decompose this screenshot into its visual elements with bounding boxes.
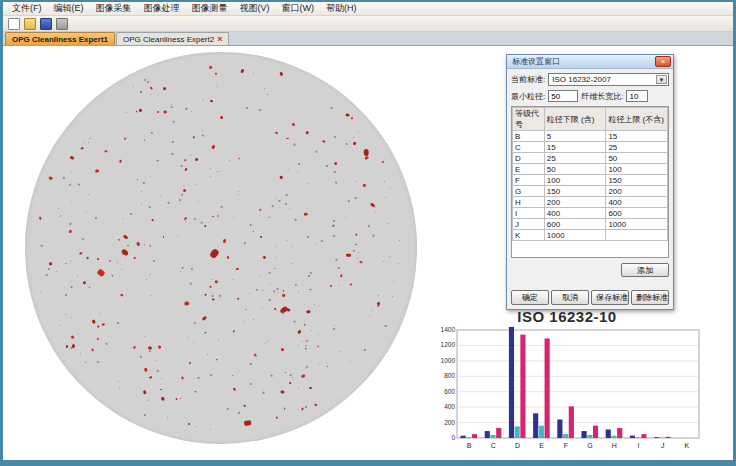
bar-magenta-H xyxy=(617,428,622,438)
chevron-down-icon[interactable]: ▼ xyxy=(656,75,667,84)
size-class-table: 等级代号粒径下限 (含)粒径上限 (不含) B515C1525D2550E501… xyxy=(512,107,668,241)
table-row[interactable]: J6001000 xyxy=(513,219,668,230)
particle xyxy=(194,157,198,161)
particle xyxy=(385,196,387,198)
bar-cyan-E xyxy=(539,426,544,438)
table-row[interactable]: C1525 xyxy=(513,142,668,153)
menu-item-0[interactable]: 文件(F) xyxy=(7,2,47,15)
tab-close-icon[interactable]: × xyxy=(217,35,222,43)
close-icon[interactable]: × xyxy=(655,56,671,67)
min-size-input[interactable] xyxy=(548,90,578,102)
particle xyxy=(364,349,366,351)
particle xyxy=(70,156,74,160)
client-area: 标准设置窗口 × 当前标准: ISO 16232-2007 ▼ 最小粒径: 纤维… xyxy=(3,46,733,461)
particle xyxy=(211,298,215,301)
particle xyxy=(167,417,168,418)
particle xyxy=(354,197,356,199)
particle xyxy=(119,160,122,163)
delete-standard-button[interactable]: 删除标准 xyxy=(631,290,669,305)
particle xyxy=(83,142,84,143)
particle xyxy=(241,69,245,73)
particle xyxy=(304,324,306,326)
particle xyxy=(147,81,149,83)
plot-area xyxy=(457,330,699,438)
cancel-button[interactable]: 取消 xyxy=(551,290,589,305)
table-row[interactable]: I400600 xyxy=(513,208,668,219)
particle xyxy=(238,412,240,414)
particle xyxy=(139,109,143,113)
particle xyxy=(124,137,127,140)
particle xyxy=(317,345,320,348)
particle xyxy=(236,268,239,270)
particle xyxy=(71,336,75,340)
particle xyxy=(398,262,399,263)
menu-item-2[interactable]: 图像采集 xyxy=(91,2,137,15)
particle xyxy=(308,275,310,277)
particle xyxy=(58,208,60,210)
menu-item-4[interactable]: 图像测量 xyxy=(187,2,233,15)
table-row[interactable]: G150200 xyxy=(513,186,668,197)
fiber-ratio-label: 纤维长宽比: xyxy=(581,91,623,102)
particle xyxy=(71,201,72,202)
membrane-image-canvas[interactable] xyxy=(25,52,417,444)
particle xyxy=(298,387,300,389)
particle xyxy=(149,376,152,379)
particle xyxy=(282,312,283,313)
particle xyxy=(286,240,288,242)
particle xyxy=(273,308,276,311)
particle xyxy=(207,353,208,354)
particle xyxy=(306,131,309,134)
particle xyxy=(193,341,194,342)
new-icon[interactable] xyxy=(8,18,20,30)
table-row[interactable]: K1000 xyxy=(513,230,668,241)
open-icon[interactable] xyxy=(24,18,36,30)
table-row[interactable]: E50100 xyxy=(513,164,668,175)
particle xyxy=(212,279,213,280)
particle xyxy=(191,268,193,270)
menu-item-5[interactable]: 视图(V) xyxy=(235,2,275,15)
particle xyxy=(237,190,239,192)
standard-select[interactable]: ISO 16232-2007 ▼ xyxy=(548,73,669,86)
particle xyxy=(352,249,354,251)
particle xyxy=(373,235,375,237)
menu-item-3[interactable]: 图像处理 xyxy=(139,2,185,15)
table-cell: 25 xyxy=(606,142,668,153)
table-row[interactable]: H200400 xyxy=(513,197,668,208)
menu-item-1[interactable]: 编辑(E) xyxy=(49,2,89,15)
particle xyxy=(81,146,84,149)
ok-button[interactable]: 确定 xyxy=(511,290,549,305)
particle xyxy=(363,183,367,187)
dialog-title-bar[interactable]: 标准设置窗口 × xyxy=(507,55,673,69)
save-standard-button[interactable]: 保存标准 xyxy=(591,290,629,305)
particle xyxy=(318,364,320,366)
particle xyxy=(144,367,148,372)
particle xyxy=(83,281,86,284)
particle xyxy=(267,340,268,341)
table-row[interactable]: F100150 xyxy=(513,175,668,186)
particle xyxy=(150,87,154,91)
particle xyxy=(150,94,152,96)
table-row[interactable]: D2550 xyxy=(513,153,668,164)
add-button[interactable]: 添加 xyxy=(621,263,669,277)
table-row[interactable]: B515 xyxy=(513,131,668,142)
save-icon[interactable] xyxy=(40,18,52,30)
particle xyxy=(218,294,220,296)
particle xyxy=(364,156,369,161)
standard-select-value: ISO 16232-2007 xyxy=(552,75,611,84)
bar-blue-E xyxy=(533,413,538,438)
particle xyxy=(356,234,358,236)
particle xyxy=(88,194,89,195)
tab-cleanliness-expert1[interactable]: OPG Cleanliness Expert1 xyxy=(5,32,115,45)
particle xyxy=(307,235,310,238)
camera-icon[interactable] xyxy=(56,18,68,30)
menu-item-7[interactable]: 帮助(H) xyxy=(321,2,362,15)
fiber-ratio-input[interactable] xyxy=(626,90,648,102)
particle xyxy=(334,162,338,166)
menu-item-6[interactable]: 窗口(W) xyxy=(277,2,320,15)
particle xyxy=(265,343,266,344)
particle xyxy=(182,189,186,193)
particle xyxy=(261,308,262,309)
tab-cleanliness-expert2[interactable]: OPG Cleanliness Expert2 × xyxy=(116,32,229,45)
particle xyxy=(330,284,332,286)
particle xyxy=(195,391,197,393)
